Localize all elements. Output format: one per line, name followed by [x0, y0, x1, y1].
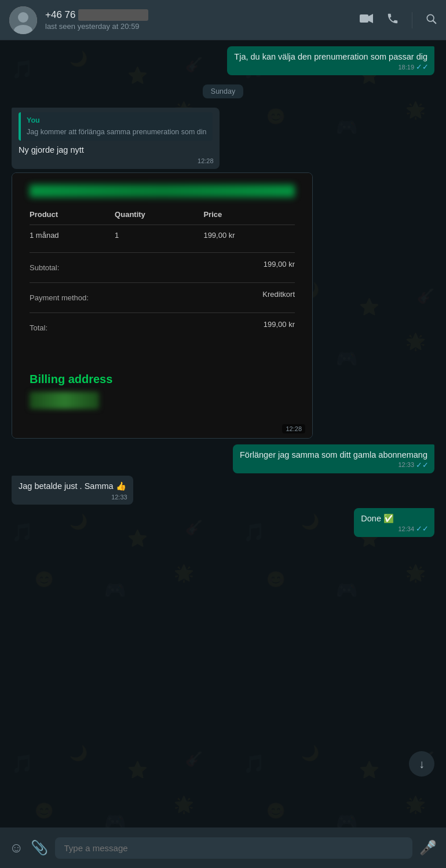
- read-receipt-icon: ✓✓: [416, 62, 429, 72]
- reply-sender: You: [27, 116, 207, 126]
- read-receipt-icon: ✓✓: [416, 524, 429, 534]
- billing-heading: Billing address: [30, 373, 295, 386]
- day-separator: Sunday: [12, 84, 434, 98]
- col-price: Price: [203, 207, 295, 225]
- read-receipt-icon: ✓✓: [416, 460, 429, 470]
- message-bubble: Done ✅ 12:34 ✓✓: [354, 508, 434, 537]
- message-row: Förlänger jag samma som ditt gamla abonn…: [12, 444, 434, 473]
- subtotal-label: Subtotal:: [30, 260, 59, 275]
- address-blurred: [30, 392, 99, 409]
- emoji-button[interactable]: ☺: [9, 840, 24, 856]
- total-value: 199,00 kr: [264, 320, 295, 336]
- video-call-icon[interactable]: [360, 13, 374, 27]
- message-time: 12:33 ✓✓: [398, 460, 429, 470]
- total-label: Total:: [30, 320, 47, 336]
- message-time: 18:19 ✓✓: [398, 62, 429, 72]
- message-row: Jag betalde just . Samma 👍 12:33: [12, 476, 434, 505]
- subtotal-row: Subtotal: 199,00 kr: [30, 258, 295, 278]
- message-time: 12:34 ✓✓: [398, 524, 429, 534]
- message-text: Done ✅: [361, 514, 394, 523]
- message-row: Product Quantity Price 1 månad 1 199,00 …: [12, 172, 434, 439]
- attach-button[interactable]: 📎: [31, 840, 48, 856]
- image-message-time: 12:28: [282, 424, 305, 433]
- message-time: 12:28: [198, 157, 214, 165]
- input-bar: ☺ 📎 🎤: [0, 827, 446, 868]
- avatar[interactable]: [9, 6, 37, 34]
- message-text: Tja, du kan välja den prenumeration som …: [234, 52, 427, 61]
- message-text: Förlänger jag samma som ditt gamla abonn…: [240, 450, 427, 459]
- contact-name: +46 76 ██████████: [45, 9, 360, 21]
- message-bubble: You Jag kommer att förlänga samma prenum…: [12, 108, 220, 168]
- receipt-divider: [30, 252, 295, 253]
- receipt-table: Product Quantity Price 1 månad 1 199,00 …: [30, 207, 295, 245]
- chat-area: Tja, du kan välja den prenumeration som …: [0, 41, 446, 827]
- payment-label: Payment method:: [30, 290, 89, 306]
- svg-rect-3: [360, 14, 368, 23]
- message-text: Ny gjorde jag nytt: [19, 145, 84, 155]
- svg-point-1: [18, 12, 28, 23]
- search-icon[interactable]: [425, 13, 437, 27]
- receipt-divider3: [30, 312, 295, 313]
- header-actions: [360, 12, 437, 28]
- chat-header: +46 76 ██████████ last seen yesterday at…: [0, 0, 446, 41]
- product-qty: 1: [115, 225, 203, 245]
- message-bubble: Jag betalde just . Samma 👍 12:33: [12, 476, 133, 505]
- subtotal-value: 199,00 kr: [264, 260, 295, 275]
- mic-button[interactable]: 🎤: [419, 840, 437, 856]
- col-product: Product: [30, 207, 115, 225]
- message-bubble: Förlänger jag samma som ditt gamla abonn…: [233, 444, 434, 473]
- scroll-to-bottom-button[interactable]: ↓: [409, 751, 434, 777]
- contact-info[interactable]: +46 76 ██████████ last seen yesterday at…: [45, 9, 360, 31]
- message-text: Jag betalde just . Samma 👍: [19, 481, 126, 491]
- contact-status: last seen yesterday at 20:59: [45, 22, 360, 31]
- message-row: Tja, du kan välja den prenumeration som …: [12, 46, 434, 75]
- phone-call-icon[interactable]: [386, 12, 399, 28]
- payment-value: Kreditkort: [262, 290, 295, 306]
- total-row: Total: 199,00 kr: [30, 318, 295, 338]
- message-input[interactable]: [55, 837, 412, 859]
- svg-marker-4: [368, 14, 373, 23]
- day-label: Sunday: [203, 84, 243, 98]
- message-bubble: Tja, du kan välja den prenumeration som …: [227, 46, 434, 75]
- message-time: 12:33: [111, 493, 127, 502]
- product-price: 199,00 kr: [203, 225, 295, 245]
- blurred-header: [30, 185, 295, 197]
- col-quantity: Quantity: [115, 207, 203, 225]
- header-divider: [412, 12, 412, 28]
- message-row: You Jag kommer att förlänga samma prenum…: [12, 108, 434, 168]
- scroll-down-icon: ↓: [419, 757, 425, 771]
- reply-text: Jag kommer att förlänga samma prenumerat…: [27, 127, 207, 138]
- product-name: 1 månad: [30, 225, 115, 245]
- receipt-row: 1 månad 1 199,00 kr: [30, 225, 295, 245]
- reply-preview: You Jag kommer att förlänga samma prenum…: [19, 112, 213, 141]
- message-row: Done ✅ 12:34 ✓✓: [12, 508, 434, 537]
- receipt-image-bubble: Product Quantity Price 1 månad 1 199,00 …: [12, 172, 313, 439]
- phone-blurred: ██████████: [78, 9, 148, 21]
- receipt-divider2: [30, 282, 295, 283]
- payment-row: Payment method: Kreditkort: [30, 288, 295, 308]
- receipt-content: Product Quantity Price 1 månad 1 199,00 …: [12, 173, 312, 438]
- svg-line-6: [433, 21, 436, 24]
